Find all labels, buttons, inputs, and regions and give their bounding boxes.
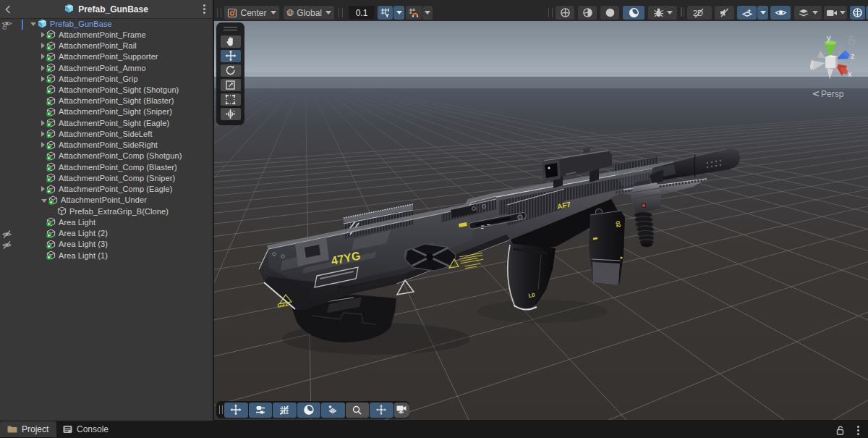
svg-text:Y: Y: [386, 12, 390, 18]
svg-text:y: y: [827, 33, 831, 42]
svg-text:x: x: [848, 70, 852, 78]
svg-text:Persp: Persp: [821, 89, 844, 99]
svg-text:L0: L0: [528, 292, 535, 299]
svg-text:z: z: [851, 51, 855, 60]
